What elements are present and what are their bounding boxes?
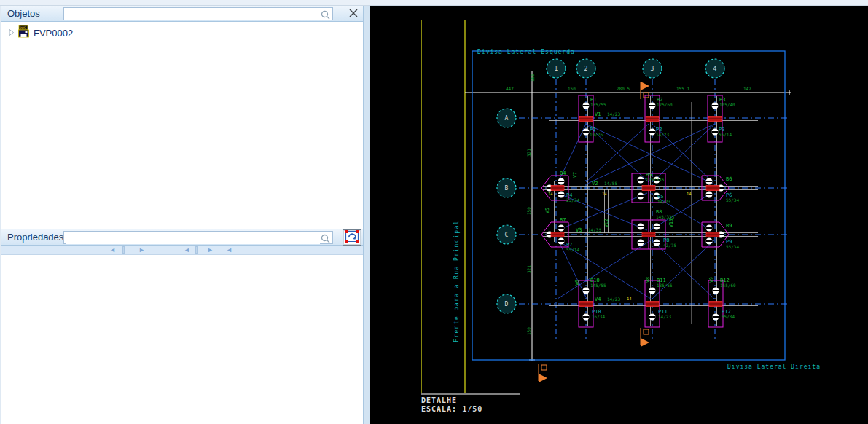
svg-text:280.5: 280.5: [617, 86, 630, 91]
svg-text:150: 150: [526, 207, 531, 215]
properties-column-bar[interactable]: ◄►◄►◄: [1, 246, 370, 255]
svg-text:V5: V5: [544, 208, 550, 213]
svg-text:B7: B7: [560, 217, 566, 223]
svg-text:14: 14: [627, 297, 632, 301]
grid-bubble-2[interactable]: 2: [576, 59, 595, 78]
svg-text:55/14: 55/14: [719, 132, 732, 137]
svg-text:14/55: 14/55: [604, 181, 617, 186]
svg-text:321: 321: [526, 265, 531, 273]
footing-B3[interactable]: B3105/40P355/14: [708, 95, 735, 142]
cad-canvas[interactable]: B1135/55P119/26B2125/60P214/23B3105/40P3…: [370, 6, 868, 424]
column-resize-arrow-icon[interactable]: ◄: [109, 246, 116, 254]
close-icon[interactable]: [348, 8, 360, 20]
svg-text:19/26: 19/26: [590, 132, 603, 137]
footing-B10[interactable]: B10145/55P1016/34: [579, 278, 606, 327]
column-resize-arrow-icon[interactable]: ►: [207, 246, 214, 254]
detalhe-escala: ESCALA: 1/50: [421, 405, 482, 413]
svg-text:V6: V6: [574, 280, 580, 286]
propriedades-header: Propriedades: [1, 229, 370, 246]
divisa-lateral-direita-text[interactable]: Divisa Lateral Direita: [727, 364, 821, 370]
grid-bubble-1[interactable]: 1: [547, 59, 566, 78]
objetos-search[interactable]: [63, 7, 333, 20]
svg-text:16/34: 16/34: [592, 314, 605, 319]
grid-bubble-D[interactable]: D: [497, 294, 516, 313]
svg-text:4: 4: [713, 66, 717, 72]
svg-text:V1: V1: [595, 111, 601, 117]
column-resize-arrow-icon[interactable]: ◄: [226, 246, 232, 254]
left-pane-edge: [363, 6, 370, 424]
cad-viewport[interactable]: B1135/55P119/26B2125/60P214/23B3105/40P3…: [370, 6, 868, 424]
svg-text:V7: V7: [572, 172, 578, 178]
grid-bubble-A[interactable]: A: [497, 109, 516, 127]
grid-bubble-B[interactable]: B: [497, 178, 516, 197]
svg-text:C: C: [505, 232, 509, 238]
svg-text:55/34: 55/34: [726, 197, 739, 203]
footing-B1[interactable]: B1135/55P119/26: [579, 95, 606, 142]
column-resize-arrow-icon[interactable]: ►: [138, 246, 145, 254]
objetos-tree: DWG FVP0002: [1, 22, 370, 229]
capture-view-icon: [344, 230, 360, 243]
svg-text:25/34: 25/34: [566, 197, 579, 203]
capture-view-button[interactable]: [343, 229, 361, 246]
svg-text:B9: B9: [726, 223, 732, 229]
footing-B2[interactable]: B2125/60P214/23: [645, 95, 673, 142]
svg-text:321: 321: [526, 149, 531, 157]
svg-text:150: 150: [568, 86, 576, 91]
tree-item-label: FVP0002: [34, 28, 73, 39]
svg-text:B6: B6: [726, 176, 732, 182]
svg-text:14: 14: [687, 192, 692, 196]
detalhe-title: DETALHE: [421, 396, 457, 404]
svg-text:150: 150: [530, 74, 535, 82]
svg-text:14/23: 14/23: [607, 111, 620, 117]
svg-text:2: 2: [584, 66, 588, 72]
tree-item-fvp0002[interactable]: DWG FVP0002: [9, 26, 73, 39]
frente-rua-principal-text[interactable]: Frente para a Rua Principal: [453, 220, 460, 342]
grid-bubble-3[interactable]: 3: [643, 59, 662, 78]
svg-text:150: 150: [526, 327, 531, 335]
svg-text:55/14: 55/14: [566, 247, 579, 252]
svg-text:14: 14: [602, 192, 607, 196]
expander-icon[interactable]: [9, 26, 15, 39]
svg-text:14/23: 14/23: [657, 199, 670, 204]
footing-B9[interactable]: B9P955/34: [702, 222, 739, 249]
svg-text:145/55: 145/55: [590, 283, 606, 288]
propriedades-search-input[interactable]: [66, 232, 320, 244]
propriedades-body: [1, 255, 370, 424]
propriedades-search[interactable]: [63, 231, 333, 244]
svg-text:135/55: 135/55: [590, 102, 606, 107]
svg-text:B4: B4: [560, 170, 566, 176]
objetos-title: Objetos: [7, 8, 40, 19]
dimension-texts: 447150280.5155.1142150321150321150141414…: [506, 74, 751, 335]
footing-B12[interactable]: B12155/60P1255/34: [708, 278, 736, 327]
column-resize-arrow-icon[interactable]: ◄: [184, 246, 190, 254]
divisa-lateral-esquerda-text[interactable]: Divisa Lateral Esquerda: [477, 49, 575, 55]
column-divider[interactable]: [195, 246, 198, 254]
svg-text:DWG: DWG: [20, 26, 26, 30]
svg-text:B: B: [505, 185, 509, 192]
svg-text:155.1: 155.1: [676, 86, 689, 91]
svg-text:V4: V4: [595, 297, 601, 302]
svg-text:135/55: 135/55: [657, 283, 673, 288]
survey-flag-marker[interactable]: [539, 364, 547, 382]
svg-text:55/34: 55/34: [722, 314, 735, 319]
svg-text:V9: V9: [708, 277, 714, 283]
svg-text:142: 142: [743, 86, 751, 91]
footing-B6[interactable]: B6P655/34: [702, 176, 739, 203]
svg-text:A: A: [505, 115, 509, 122]
svg-text:145/335: 145/335: [656, 214, 675, 219]
window-top-edge: [0, 0, 868, 6]
svg-text:3: 3: [651, 66, 654, 72]
svg-text:55/34: 55/34: [726, 244, 739, 249]
search-icon: [321, 9, 330, 23]
dwg-file-icon: DWG: [18, 25, 30, 41]
svg-text:105/40: 105/40: [719, 102, 735, 107]
grid-bubble-C[interactable]: C: [497, 225, 516, 244]
svg-text:14/35: 14/35: [588, 227, 601, 232]
svg-text:D: D: [505, 301, 509, 307]
objetos-search-input[interactable]: [66, 9, 320, 20]
svg-text:14/23: 14/23: [607, 297, 620, 302]
survey-flag-marker[interactable]: [641, 328, 649, 347]
footing-B11[interactable]: B11135/55P1114/23: [645, 278, 673, 327]
grid-bubble-4[interactable]: 4: [705, 59, 724, 78]
column-divider[interactable]: [122, 246, 125, 254]
